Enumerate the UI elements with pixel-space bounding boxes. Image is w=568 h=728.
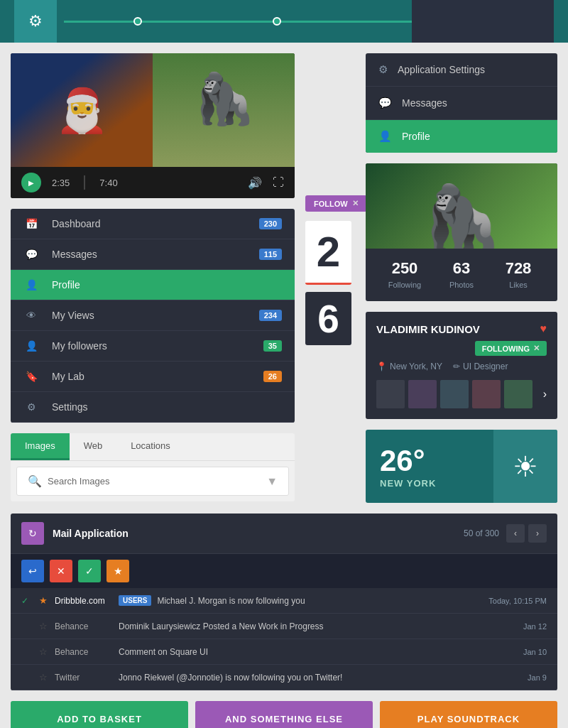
mail-section: ↻ Mail Application 50 of 300 ‹ › ↩ ✕ ✓ ★… bbox=[11, 514, 557, 690]
sidebar-item-settings[interactable]: ⚙ Settings bbox=[11, 392, 295, 423]
mail-refresh-button[interactable]: ↻ bbox=[21, 522, 44, 545]
app-menu: ⚙ Application Settings 💬 Messages 👤 Prof… bbox=[366, 53, 557, 153]
mail-date-4: Jan 9 bbox=[528, 673, 547, 682]
mail-row[interactable]: ☆ Behance Comment on Square UI Jan 10 bbox=[11, 639, 557, 665]
video-thumbnails bbox=[11, 53, 295, 167]
user-photo-4 bbox=[472, 380, 501, 408]
progress-dot-2 bbox=[273, 17, 281, 26]
stat-likes-label: Likes bbox=[509, 281, 528, 289]
user-card-header: VLADIMIR KUDINOV ♥ bbox=[376, 322, 547, 335]
sidebar-label-followers: My followers bbox=[52, 340, 263, 352]
app-settings-icon: ⚙ bbox=[378, 63, 388, 76]
mail-count: 50 of 300 bbox=[464, 528, 499, 538]
stat-likes: 728 Likes bbox=[490, 259, 547, 290]
video-controls: ▶ 2:35 7:40 🔊 ⛶ bbox=[11, 167, 295, 198]
mail-row[interactable]: ☆ Behance Dominik Laurysiewicz Posted a … bbox=[11, 614, 557, 639]
sidebar-item-profile[interactable]: 👤 Profile bbox=[11, 270, 295, 300]
following-button[interactable]: FOLLOWING ✕ bbox=[475, 341, 547, 356]
mail-row[interactable]: ☆ Twitter Jonno Riekwel (@Jonnotie) is n… bbox=[11, 665, 557, 690]
user-name: VLADIMIR KUDINOV bbox=[376, 323, 480, 335]
calendar-icon: 📅 bbox=[23, 218, 39, 229]
sidebar-item-dashboard[interactable]: 📅 Dashboard 230 bbox=[11, 209, 295, 239]
mail-row[interactable]: ✓ ★ Dribbble.com USERS Michael J. Morgan… bbox=[11, 588, 557, 614]
tab-images[interactable]: Images bbox=[11, 433, 70, 460]
star-button[interactable]: ★ bbox=[106, 560, 129, 582]
temperature: 26° bbox=[380, 444, 479, 478]
volume-icon[interactable]: 🔊 bbox=[248, 176, 262, 190]
sidebar-label-dashboard: Dashboard bbox=[52, 218, 259, 229]
top-bar: ⚙ bbox=[0, 0, 568, 43]
add-to-basket-button[interactable]: ADD TO BASKET bbox=[11, 701, 188, 728]
eye-icon: 👁 bbox=[23, 310, 39, 321]
chat-icon: 💬 bbox=[23, 249, 39, 260]
tab-locations[interactable]: Locations bbox=[116, 433, 185, 460]
mail-title: Mail Application bbox=[53, 528, 464, 539]
sidebar-label-my-views: My Views bbox=[52, 310, 259, 321]
search-box[interactable]: 🔍 Search Images ▼ bbox=[16, 467, 289, 496]
user-location: 📍 New York, NY bbox=[376, 362, 442, 371]
mail-check-1: ✓ bbox=[21, 596, 32, 606]
mail-star-2[interactable]: ☆ bbox=[39, 621, 48, 631]
sidebar-badge-my-views: 234 bbox=[259, 310, 282, 321]
top-bar-dark-section bbox=[412, 0, 554, 43]
play-soundtrack-button[interactable]: PLAY SOUNDTRACK bbox=[380, 701, 557, 728]
job-icon: ✏ bbox=[453, 362, 460, 371]
sidebar-label-messages: Messages bbox=[52, 249, 259, 260]
follow-button[interactable]: FOLLOW ✕ bbox=[305, 195, 367, 212]
reply-button[interactable]: ↩ bbox=[21, 560, 44, 582]
sidebar-item-followers[interactable]: 👤 My followers 35 bbox=[11, 331, 295, 362]
gear-icon[interactable]: ⚙ bbox=[14, 0, 57, 43]
app-menu-item-settings[interactable]: ⚙ Application Settings bbox=[366, 53, 557, 87]
number-badge-6: 6 bbox=[305, 292, 351, 345]
sidebar-badge-my-lab: 26 bbox=[263, 371, 282, 382]
search-input[interactable]: Search Images bbox=[48, 476, 266, 487]
user-job: ✏ UI Designer bbox=[453, 362, 508, 371]
follow-close-icon[interactable]: ✕ bbox=[352, 199, 359, 208]
user-card: VLADIMIR KUDINOV ♥ FOLLOWING ✕ 📍 New Yor… bbox=[366, 312, 557, 419]
photos-next-icon[interactable]: › bbox=[543, 388, 547, 401]
sidebar-item-messages[interactable]: 💬 Messages 115 bbox=[11, 239, 295, 270]
city-name: NEW YORK bbox=[380, 478, 479, 489]
video-time-2: 7:40 bbox=[99, 178, 117, 188]
stat-following-num: 250 bbox=[376, 259, 433, 278]
mail-subject-4: Jonno Riekwel (@Jonnotie) is now followi… bbox=[119, 673, 528, 683]
play-button[interactable]: ▶ bbox=[21, 173, 41, 192]
sidebar-badge-dashboard: 230 bbox=[259, 218, 282, 229]
user-photo-2 bbox=[408, 380, 437, 408]
mail-date-3: Jan 10 bbox=[523, 648, 547, 656]
and-something-else-button[interactable]: AND SOMETHING ELSE bbox=[195, 701, 373, 728]
app-messages-label: Messages bbox=[402, 97, 447, 109]
lab-icon: 🔖 bbox=[23, 371, 39, 382]
user-photos: › bbox=[376, 380, 547, 408]
mail-sender-3: Behance bbox=[55, 647, 119, 657]
mail-subject-1: Michael J. Morgan is now following you bbox=[157, 596, 488, 606]
weather-widget: 26° NEW YORK ☀ bbox=[366, 430, 557, 503]
stat-likes-num: 728 bbox=[490, 259, 547, 278]
mail-prev-button[interactable]: ‹ bbox=[506, 524, 525, 543]
mail-star-3[interactable]: ☆ bbox=[39, 646, 48, 657]
video-player: ▶ 2:35 7:40 🔊 ⛶ bbox=[11, 53, 295, 198]
following-close-icon[interactable]: ✕ bbox=[533, 344, 540, 353]
app-messages-icon: 💬 bbox=[378, 97, 392, 109]
sidebar-item-my-views[interactable]: 👁 My Views 234 bbox=[11, 300, 295, 331]
app-menu-item-profile[interactable]: 👤 Profile bbox=[366, 120, 557, 153]
mail-sender-2: Behance bbox=[55, 621, 119, 631]
dropdown-icon[interactable]: ▼ bbox=[266, 475, 278, 488]
search-section: Images Web Locations 🔍 Search Images ▼ bbox=[11, 433, 295, 501]
stat-photos: 63 Photos bbox=[433, 259, 490, 290]
sidebar-item-my-lab[interactable]: 🔖 My Lab 26 bbox=[11, 362, 295, 392]
tab-web[interactable]: Web bbox=[70, 433, 117, 460]
mail-next-button[interactable]: › bbox=[528, 524, 547, 543]
mail-star-1[interactable]: ★ bbox=[39, 595, 48, 606]
sidebar-menu: 📅 Dashboard 230 💬 Messages 115 👤 Profile… bbox=[11, 209, 295, 423]
mail-star-4[interactable]: ☆ bbox=[39, 672, 48, 683]
app-settings-label: Application Settings bbox=[398, 64, 485, 75]
sidebar-badge-followers: 35 bbox=[263, 340, 282, 352]
app-menu-item-messages[interactable]: 💬 Messages bbox=[366, 87, 557, 120]
check-button[interactable]: ✓ bbox=[78, 560, 101, 582]
delete-button[interactable]: ✕ bbox=[50, 560, 72, 582]
user-meta: 📍 New York, NY ✏ UI Designer bbox=[376, 362, 547, 371]
profile-stats: 250 Following 63 Photos 728 Likes bbox=[366, 249, 557, 301]
settings-icon: ⚙ bbox=[23, 401, 39, 413]
fullscreen-icon[interactable]: ⛶ bbox=[273, 176, 284, 189]
